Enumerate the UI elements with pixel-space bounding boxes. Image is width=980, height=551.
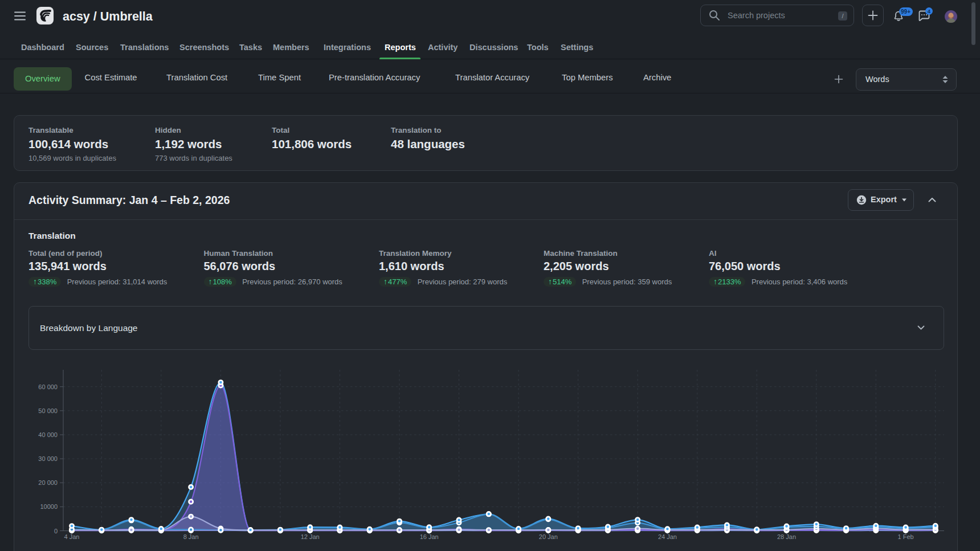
svg-text:60 000: 60 000: [38, 383, 58, 390]
svg-text:50 000: 50 000: [38, 407, 58, 414]
svg-text:40 000: 40 000: [38, 431, 58, 438]
svg-text:28 Jan: 28 Jan: [777, 533, 796, 540]
svg-text:20 000: 20 000: [38, 479, 58, 486]
svg-text:16 Jan: 16 Jan: [420, 533, 439, 540]
svg-text:4 Jan: 4 Jan: [64, 533, 80, 540]
svg-text:24 Jan: 24 Jan: [658, 533, 677, 540]
svg-text:12 Jan: 12 Jan: [301, 533, 320, 540]
svg-text:30 000: 30 000: [38, 455, 58, 462]
svg-text:0: 0: [54, 528, 58, 534]
svg-text:1 Feb: 1 Feb: [898, 533, 914, 540]
svg-text:8 Jan: 8 Jan: [183, 533, 199, 540]
svg-text:20 Jan: 20 Jan: [539, 533, 558, 540]
svg-text:10000: 10000: [40, 503, 58, 510]
